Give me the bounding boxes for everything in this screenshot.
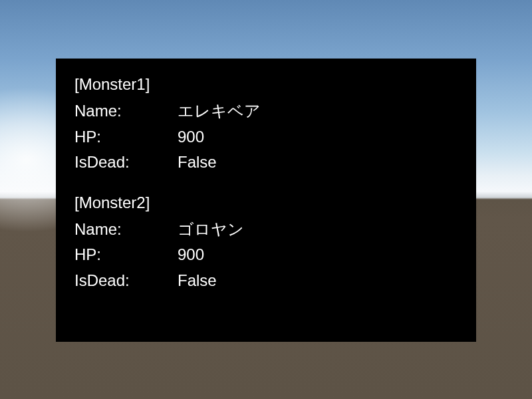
game-scene: [Monster1] Name: エレキベア HP: 900 IsDead: F… [0, 0, 532, 399]
monster-block: [Monster1] Name: エレキベア HP: 900 IsDead: F… [74, 72, 458, 176]
isdead-label: IsDead: [74, 150, 178, 175]
isdead-value: False [178, 150, 458, 175]
isdead-value: False [178, 268, 458, 293]
isdead-label: IsDead: [74, 268, 178, 293]
name-value: エレキベア [178, 98, 458, 124]
monster-isdead-row: IsDead: False [74, 150, 458, 175]
hp-value: 900 [178, 124, 458, 150]
name-label: Name: [74, 217, 178, 242]
monster-block: [Monster2] Name: ゴロヤン HP: 900 IsDead: Fa… [74, 190, 458, 294]
monster-name-row: Name: ゴロヤン [74, 217, 458, 242]
monster-header: [Monster1] [74, 72, 458, 97]
monster-header: [Monster2] [74, 190, 458, 215]
monster-name-row: Name: エレキベア [74, 98, 458, 124]
monster-isdead-row: IsDead: False [74, 268, 458, 293]
hp-value: 900 [178, 242, 458, 267]
hp-label: HP: [74, 242, 178, 267]
name-label: Name: [74, 98, 178, 124]
monster-hp-row: HP: 900 [74, 242, 458, 267]
name-value: ゴロヤン [178, 217, 458, 242]
monster-status-panel: [Monster1] Name: エレキベア HP: 900 IsDead: F… [56, 59, 476, 342]
monster-hp-row: HP: 900 [74, 124, 458, 150]
hp-label: HP: [74, 124, 178, 150]
